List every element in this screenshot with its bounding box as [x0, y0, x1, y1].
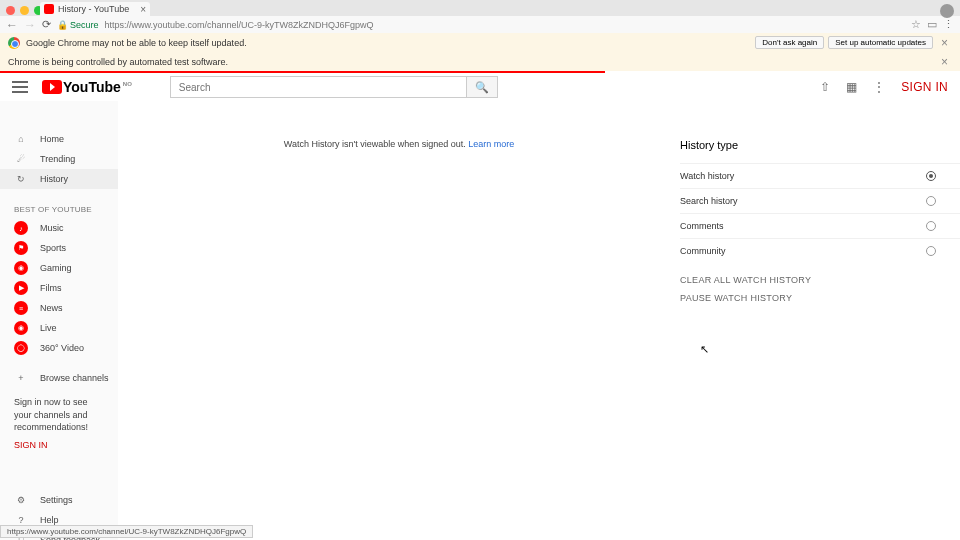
signed-out-message: Watch History isn't viewable when signed… [284, 139, 466, 149]
tab-title: History - YouTube [58, 4, 129, 14]
sports-icon: ⚑ [14, 241, 28, 255]
youtube-play-icon [42, 80, 62, 94]
sidebar-item-label: News [40, 303, 63, 313]
extension-icon[interactable]: ▭ [927, 18, 937, 31]
news-icon: ≡ [14, 301, 28, 315]
sidebar-item-music[interactable]: ♪ Music [0, 218, 118, 238]
sidebar-item-news[interactable]: ≡ News [0, 298, 118, 318]
logo-text: YouTube [63, 79, 121, 95]
history-type-panel: History type Watch history Search histor… [680, 131, 960, 540]
radio-label: Community [680, 246, 726, 256]
secure-badge[interactable]: 🔒 Secure [57, 20, 99, 30]
sidebar-item-home[interactable]: ⌂ Home [0, 129, 118, 149]
sidebar-item-label: 360° Video [40, 343, 84, 353]
radio-comments[interactable]: Comments [680, 213, 960, 238]
sign-in-prompt: Sign in now to see your channels and rec… [0, 388, 118, 436]
home-icon: ⌂ [14, 132, 28, 146]
sidebar-browse-channels[interactable]: + Browse channels [0, 368, 118, 388]
sidebar-item-trending[interactable]: ☄ Trending [0, 149, 118, 169]
radio-icon [926, 196, 936, 206]
setup-updates-button[interactable]: Set up automatic updates [828, 36, 933, 49]
sign-in-button[interactable]: SIGN IN [901, 80, 948, 94]
gaming-icon: ◉ [14, 261, 28, 275]
panel-title: History type [680, 139, 960, 151]
radio-icon [926, 221, 936, 231]
dont-ask-button[interactable]: Don't ask again [755, 36, 824, 49]
automation-warning-text: Chrome is being controlled by automated … [8, 57, 228, 67]
radio-icon [926, 171, 936, 181]
sidebar-item-label: Trending [40, 154, 75, 164]
sidebar-item-settings[interactable]: ⚙ Settings [0, 490, 118, 510]
apps-icon[interactable]: ▦ [846, 80, 857, 94]
header-actions: ⇧ ▦ ⋮ SIGN IN [820, 80, 948, 94]
radio-community[interactable]: Community [680, 238, 960, 263]
youtube-logo[interactable]: YouTube NO [42, 79, 132, 95]
back-icon[interactable]: ← [6, 18, 18, 32]
sidebar-item-gaming[interactable]: ◉ Gaming [0, 258, 118, 278]
chrome-update-warning: Google Chrome may not be able to keep it… [0, 33, 960, 52]
history-empty-state: Watch History isn't viewable when signed… [118, 131, 680, 540]
gear-icon: ⚙ [14, 493, 28, 507]
sidebar-item-sports[interactable]: ⚑ Sports [0, 238, 118, 258]
radio-watch-history[interactable]: Watch history [680, 163, 960, 188]
youtube-favicon-icon [44, 4, 54, 14]
sidebar-item-label: Browse channels [40, 373, 109, 383]
logo-region: NO [123, 81, 132, 87]
sidebar-item-label: History [40, 174, 68, 184]
sidebar-item-films[interactable]: ▶ Films [0, 278, 118, 298]
radio-label: Watch history [680, 171, 734, 181]
bookmark-star-icon[interactable]: ☆ [911, 18, 921, 31]
sidebar-sign-in-button[interactable]: SIGN IN [0, 436, 118, 460]
sidebar-item-label: Gaming [40, 263, 72, 273]
content: ⌂ Home ☄ Trending ↻ History BEST OF YOUT… [0, 101, 960, 540]
radio-label: Search history [680, 196, 738, 206]
sidebar-item-360[interactable]: ◯ 360° Video [0, 338, 118, 358]
radio-search-history[interactable]: Search history [680, 188, 960, 213]
sidebar-item-label: Sports [40, 243, 66, 253]
browser-menu-icon[interactable]: ⋮ [943, 18, 954, 31]
radio-icon [926, 246, 936, 256]
automation-warning: Chrome is being controlled by automated … [0, 52, 960, 71]
warning-close-icon[interactable]: × [937, 36, 952, 50]
radio-label: Comments [680, 221, 724, 231]
sidebar-item-label: Help [40, 515, 59, 525]
films-icon: ▶ [14, 281, 28, 295]
chrome-icon [8, 37, 20, 49]
search-button[interactable]: 🔍 [466, 76, 498, 98]
browser-tab[interactable]: History - YouTube × [40, 2, 150, 16]
url-text[interactable]: https://www.youtube.com/channel/UC-9-kyT… [105, 20, 374, 30]
learn-more-link[interactable]: Learn more [468, 139, 514, 149]
menu-icon[interactable] [12, 81, 28, 93]
sidebar-item-label: Settings [40, 495, 73, 505]
status-bar: https://www.youtube.com/channel/UC-9-kyT… [0, 525, 253, 538]
search-container: 🔍 [170, 76, 498, 98]
clear-history-button[interactable]: CLEAR ALL WATCH HISTORY [680, 275, 960, 285]
youtube-header: YouTube NO 🔍 ⇧ ▦ ⋮ SIGN IN [0, 73, 960, 101]
sidebar-item-live[interactable]: ◉ Live [0, 318, 118, 338]
trending-icon: ☄ [14, 152, 28, 166]
sidebar: ⌂ Home ☄ Trending ↻ History BEST OF YOUT… [0, 101, 118, 540]
search-input[interactable] [170, 76, 466, 98]
automation-close-icon[interactable]: × [937, 55, 952, 69]
address-bar: ← → ⟳ 🔒 Secure https://www.youtube.com/c… [0, 16, 960, 33]
music-icon: ♪ [14, 221, 28, 235]
history-icon: ↻ [14, 172, 28, 186]
warning-text: Google Chrome may not be able to keep it… [26, 38, 247, 48]
secure-label: Secure [70, 20, 99, 30]
main-area: Watch History isn't viewable when signed… [118, 101, 960, 540]
lock-icon: 🔒 [57, 20, 68, 30]
search-icon: 🔍 [475, 81, 489, 94]
browser-chrome: History - YouTube × ← → ⟳ 🔒 Secure https… [0, 0, 960, 33]
plus-icon: + [14, 371, 28, 385]
sidebar-item-history[interactable]: ↻ History [0, 169, 118, 189]
reload-icon[interactable]: ⟳ [42, 18, 51, 31]
sidebar-item-label: Home [40, 134, 64, 144]
upload-icon[interactable]: ⇧ [820, 80, 830, 94]
sidebar-item-label: Music [40, 223, 64, 233]
live-icon: ◉ [14, 321, 28, 335]
sidebar-item-label: Films [40, 283, 62, 293]
sidebar-item-label: Live [40, 323, 57, 333]
pause-history-button[interactable]: PAUSE WATCH HISTORY [680, 293, 960, 303]
more-icon[interactable]: ⋮ [873, 80, 885, 94]
tab-close-icon[interactable]: × [140, 4, 146, 15]
